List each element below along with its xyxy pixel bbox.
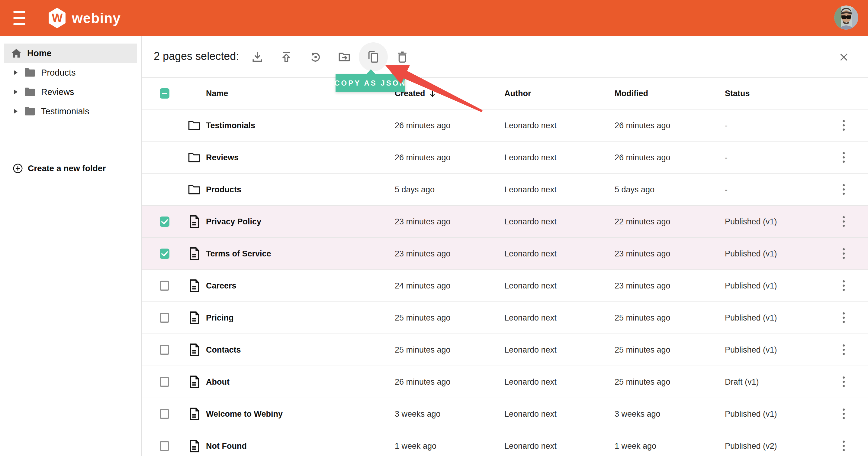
document-icon bbox=[188, 407, 200, 421]
column-header-author[interactable]: Author bbox=[504, 89, 531, 98]
row-menu-button[interactable] bbox=[839, 246, 848, 262]
tooltip-label: COPY AS JSON bbox=[334, 79, 406, 87]
table-row[interactable]: Privacy Policy 23 minutes ago Leonardo n… bbox=[142, 206, 868, 238]
table-row[interactable]: Not Found 1 week ago Leonardo next 1 wee… bbox=[142, 430, 868, 456]
row-modified: 25 minutes ago bbox=[615, 345, 671, 354]
copy-icon bbox=[367, 50, 380, 63]
close-icon bbox=[839, 52, 849, 62]
menu-icon[interactable] bbox=[13, 11, 25, 25]
row-menu-button[interactable] bbox=[839, 150, 848, 165]
column-header-status[interactable]: Status bbox=[725, 89, 750, 98]
expand-icon[interactable] bbox=[14, 109, 18, 114]
select-all-checkbox[interactable] bbox=[160, 88, 169, 98]
plus-circle-icon bbox=[13, 163, 23, 174]
row-modified: 3 weeks ago bbox=[615, 409, 660, 419]
row-modified: 23 minutes ago bbox=[615, 281, 671, 290]
close-selection-button[interactable] bbox=[839, 52, 849, 62]
row-modified: 1 week ago bbox=[615, 441, 656, 451]
row-status: - bbox=[725, 185, 727, 194]
table-row[interactable]: Careers 24 minutes ago Leonardo next 23 … bbox=[142, 270, 868, 302]
row-author: Leonardo next bbox=[504, 281, 557, 290]
download-icon bbox=[251, 50, 264, 63]
folder-icon bbox=[24, 68, 36, 78]
row-name: Welcome to Webiny bbox=[206, 409, 283, 419]
upload-icon bbox=[280, 50, 293, 63]
row-modified: 26 minutes ago bbox=[615, 121, 671, 130]
sidebar-item-home[interactable]: Home bbox=[4, 44, 137, 63]
row-status: Draft (v1) bbox=[725, 377, 759, 387]
row-checkbox[interactable] bbox=[160, 249, 169, 259]
row-created: 26 minutes ago bbox=[395, 121, 451, 130]
row-modified: 25 minutes ago bbox=[615, 313, 671, 322]
column-header-modified[interactable]: Modified bbox=[615, 89, 648, 98]
row-name: Terms of Service bbox=[206, 249, 271, 258]
folder-icon bbox=[24, 107, 36, 116]
row-author: Leonardo next bbox=[504, 185, 557, 194]
table-row[interactable]: Welcome to Webiny 3 weeks ago Leonardo n… bbox=[142, 398, 868, 430]
document-icon bbox=[188, 375, 200, 389]
sidebar-folder-products[interactable]: Products bbox=[0, 63, 141, 82]
table-row[interactable]: Reviews 26 minutes ago Leonardo next 26 … bbox=[142, 142, 868, 174]
row-checkbox[interactable] bbox=[160, 377, 169, 387]
restore-button[interactable] bbox=[309, 50, 322, 63]
folder-label: Testimonials bbox=[41, 107, 89, 116]
row-created: 25 minutes ago bbox=[395, 345, 451, 354]
folder-label: Products bbox=[41, 68, 75, 78]
folder-icon bbox=[188, 152, 200, 163]
sidebar: Home ProductsReviewsTestimonials Create … bbox=[0, 36, 142, 456]
row-checkbox[interactable] bbox=[160, 217, 169, 227]
row-name: Pricing bbox=[206, 313, 234, 322]
row-checkbox[interactable] bbox=[160, 409, 169, 419]
row-created: 1 week ago bbox=[395, 441, 436, 451]
row-menu-button[interactable] bbox=[839, 342, 848, 358]
row-menu-button[interactable] bbox=[839, 182, 848, 197]
sidebar-folder-reviews[interactable]: Reviews bbox=[0, 82, 141, 102]
document-icon bbox=[188, 439, 200, 453]
delete-button[interactable] bbox=[396, 50, 409, 63]
row-menu-button[interactable] bbox=[839, 310, 848, 326]
upload-button[interactable] bbox=[280, 50, 293, 63]
table-row[interactable]: Products 5 days ago Leonardo next 5 days… bbox=[142, 174, 868, 206]
table-row[interactable]: Contacts 25 minutes ago Leonardo next 25… bbox=[142, 334, 868, 366]
row-created: 24 minutes ago bbox=[395, 281, 451, 290]
row-checkbox[interactable] bbox=[160, 313, 169, 323]
row-author: Leonardo next bbox=[504, 377, 557, 387]
download-button[interactable] bbox=[251, 50, 264, 63]
row-modified: 22 minutes ago bbox=[615, 217, 671, 226]
row-checkbox[interactable] bbox=[160, 345, 169, 355]
expand-icon[interactable] bbox=[14, 70, 18, 75]
column-header-name[interactable]: Name bbox=[206, 89, 228, 98]
avatar[interactable] bbox=[834, 5, 858, 30]
row-menu-button[interactable] bbox=[839, 374, 848, 390]
row-menu-button[interactable] bbox=[839, 214, 848, 229]
selection-toolbar: 2 pages selected: bbox=[142, 36, 868, 78]
sidebar-folder-testimonials[interactable]: Testimonials bbox=[0, 102, 141, 121]
copy-button[interactable] bbox=[367, 50, 380, 63]
row-name: Careers bbox=[206, 281, 237, 290]
document-icon bbox=[188, 311, 200, 325]
row-created: 25 minutes ago bbox=[395, 313, 451, 322]
row-name: About bbox=[206, 377, 229, 387]
row-modified: 23 minutes ago bbox=[615, 249, 671, 258]
table-row[interactable]: Pricing 25 minutes ago Leonardo next 25 … bbox=[142, 302, 868, 334]
row-status: Published (v1) bbox=[725, 409, 777, 419]
row-created: 23 minutes ago bbox=[395, 217, 451, 226]
row-menu-button[interactable] bbox=[839, 438, 848, 454]
content: 2 pages selected: bbox=[142, 36, 868, 456]
table-row[interactable]: Testimonials 26 minutes ago Leonardo nex… bbox=[142, 110, 868, 142]
row-checkbox[interactable] bbox=[160, 281, 169, 291]
row-menu-button[interactable] bbox=[839, 278, 848, 294]
table-row[interactable]: About 26 minutes ago Leonardo next 25 mi… bbox=[142, 366, 868, 398]
row-name: Privacy Policy bbox=[206, 217, 261, 226]
row-name: Reviews bbox=[206, 153, 239, 162]
row-menu-button[interactable] bbox=[839, 118, 848, 133]
folder-label: Reviews bbox=[41, 87, 74, 97]
table-row[interactable]: Terms of Service 23 minutes ago Leonardo… bbox=[142, 238, 868, 270]
expand-icon[interactable] bbox=[14, 89, 18, 94]
row-author: Leonardo next bbox=[504, 217, 557, 226]
row-menu-button[interactable] bbox=[839, 406, 848, 422]
row-checkbox[interactable] bbox=[160, 441, 169, 451]
create-folder-button[interactable]: Create a new folder bbox=[0, 159, 106, 178]
move-to-folder-button[interactable] bbox=[338, 50, 351, 63]
row-modified: 5 days ago bbox=[615, 185, 654, 194]
